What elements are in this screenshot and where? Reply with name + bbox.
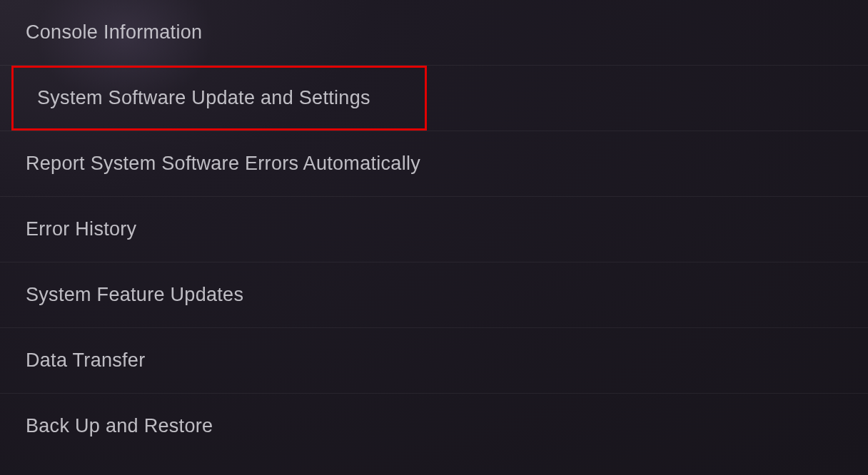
- menu-item-label: System Software Update and Settings: [37, 87, 370, 108]
- menu-item-label: Error History: [26, 218, 136, 240]
- settings-menu-list: Console Information System Software Upda…: [0, 0, 868, 459]
- menu-item-system-software-update[interactable]: System Software Update and Settings: [0, 66, 868, 131]
- menu-item-label: Console Information: [26, 21, 202, 43]
- menu-item-label: Back Up and Restore: [26, 415, 213, 436]
- highlight-box: System Software Update and Settings: [11, 66, 427, 131]
- menu-item-data-transfer[interactable]: Data Transfer: [0, 328, 868, 394]
- menu-item-report-errors[interactable]: Report System Software Errors Automatica…: [0, 131, 868, 197]
- menu-item-error-history[interactable]: Error History: [0, 197, 868, 262]
- menu-item-console-information[interactable]: Console Information: [0, 0, 868, 66]
- menu-item-back-up-restore[interactable]: Back Up and Restore: [0, 394, 868, 459]
- menu-item-system-feature-updates[interactable]: System Feature Updates: [0, 262, 868, 328]
- menu-item-label: Data Transfer: [26, 349, 145, 371]
- menu-item-label: System Feature Updates: [26, 284, 243, 305]
- menu-item-label: Report System Software Errors Automatica…: [26, 153, 420, 174]
